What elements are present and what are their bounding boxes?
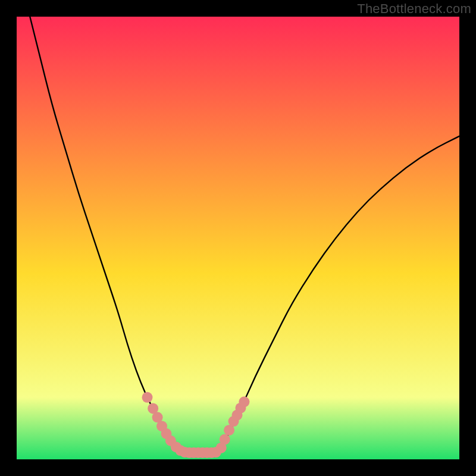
watermark-text: TheBottleneck.com — [357, 1, 471, 17]
chart-svg — [0, 0, 476, 476]
plot-gradient-background — [17, 17, 459, 459]
curve-marker — [239, 396, 249, 407]
chart-stage: TheBottleneck.com — [0, 0, 476, 476]
curve-marker — [142, 392, 152, 403]
curve-marker — [220, 434, 230, 445]
